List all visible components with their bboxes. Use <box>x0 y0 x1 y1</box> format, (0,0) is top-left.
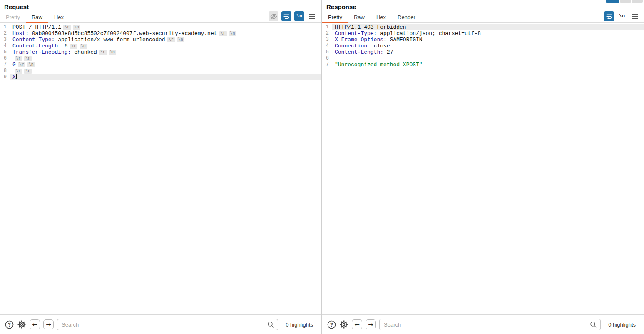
search-field-wrap <box>57 319 278 330</box>
plain-text: SAMEORIGIN <box>387 37 423 43</box>
response-tab-pretty[interactable]: Pretty <box>322 12 348 22</box>
response-line: 5Content-Length: 27 <box>322 49 644 55</box>
header-name: Content-Length: <box>335 49 383 55</box>
cr-marker: \r <box>167 37 175 42</box>
plain-text: 6 <box>61 43 68 49</box>
plain-text: close <box>370 43 390 49</box>
nonprintable-toggle[interactable]: \n <box>617 11 627 21</box>
request-line-4-content[interactable]: Content-Length: 6\r\n <box>10 43 321 49</box>
request-editor[interactable]: 1POST / HTTP/1.1\r\n2Host: 0ab0004503e8d… <box>0 23 321 314</box>
plain-text: application/x-www-form-urlencoded <box>55 37 165 43</box>
search-input[interactable] <box>379 319 601 330</box>
response-line-1-content: HTTP/1.1 403 Forbidden <box>332 24 644 30</box>
response-line-3-content: X-Frame-Options: SAMEORIGIN <box>332 37 644 43</box>
lf-marker: \n <box>27 62 35 67</box>
request-tab-raw[interactable]: Raw <box>26 12 48 22</box>
search-field-wrap <box>379 319 601 330</box>
line-number: 5 <box>0 49 10 55</box>
request-tab-hex[interactable]: Hex <box>48 12 70 22</box>
lf-marker: \n <box>24 56 32 61</box>
response-line-2-content: Content-Type: application/json; charset=… <box>332 30 644 37</box>
next-match-button[interactable]: → <box>366 319 376 329</box>
request-header: Request PrettyRawHex \n <box>0 0 321 23</box>
visibility-off-icon[interactable] <box>269 11 278 21</box>
lf-marker: \n <box>24 69 32 74</box>
text-cursor <box>16 74 17 79</box>
header-name: Content-Type: <box>335 30 377 37</box>
help-icon[interactable]: ? <box>327 320 336 329</box>
nonprintable-label: \n <box>296 13 302 19</box>
cr-marker: \r <box>63 25 71 30</box>
request-line: 1POST / HTTP/1.1\r\n <box>0 24 321 30</box>
response-line: 4Connection: close <box>322 43 644 49</box>
response-tab-render[interactable]: Render <box>392 12 421 22</box>
header-name: Connection: <box>335 43 370 49</box>
response-tab-hex[interactable]: Hex <box>370 12 392 22</box>
line-number: 5 <box>322 49 332 55</box>
next-match-button[interactable]: → <box>43 319 54 329</box>
line-number: 6 <box>322 55 332 62</box>
svg-text:?: ? <box>8 322 11 327</box>
top-fragment-segment-1[interactable] <box>606 0 619 3</box>
request-tab-pretty[interactable]: Pretty <box>0 12 26 22</box>
line-number: 1 <box>0 24 10 30</box>
request-line: 3Content-Type: application/x-www-form-ur… <box>0 37 321 43</box>
request-line-3-content[interactable]: Content-Type: application/x-www-form-url… <box>10 37 321 43</box>
response-line-5-content: Content-Length: 27 <box>332 49 644 55</box>
help-icon[interactable]: ? <box>5 320 14 329</box>
top-fragment-segment-3[interactable] <box>632 0 643 3</box>
response-line: 6 <box>322 55 644 62</box>
settings-icon[interactable] <box>339 320 348 329</box>
request-line-2-content[interactable]: Host: 0ab0004503e8d5bc85502c7f0024007f.w… <box>10 30 321 37</box>
response-tabs: PrettyRawHexRender <box>322 12 644 23</box>
line-number: 1 <box>322 24 332 30</box>
previous-match-button[interactable]: ← <box>30 319 40 329</box>
nonprintable-toggle[interactable]: \n <box>294 11 304 21</box>
lf-marker: \n <box>80 44 87 49</box>
line-number: 7 <box>322 62 332 68</box>
cr-marker: \r <box>15 56 22 61</box>
response-header: Response PrettyRawHexRender \n <box>322 0 644 23</box>
top-right-fragment[interactable] <box>606 0 643 3</box>
top-fragment-segment-2[interactable] <box>620 0 631 3</box>
request-line-5-content[interactable]: Transfer-Encoding: chunked\r\n <box>10 49 321 55</box>
line-number: 3 <box>322 37 332 43</box>
response-line-4-content: Connection: close <box>332 43 644 49</box>
settings-icon[interactable] <box>17 320 26 329</box>
menu-icon[interactable] <box>630 11 640 21</box>
response-line: 3X-Frame-Options: SAMEORIGIN <box>322 37 644 43</box>
request-line-8-content[interactable]: \r\n <box>10 68 321 74</box>
response-line: 7"Unrecognized method XPOST" <box>322 62 644 68</box>
search-icon[interactable] <box>590 321 597 330</box>
wrap-lines-icon[interactable] <box>281 11 291 21</box>
lf-marker: \n <box>229 31 236 36</box>
cr-marker: \r <box>99 50 107 55</box>
line-number: 3 <box>0 37 10 43</box>
header-name: Host: <box>12 30 29 37</box>
response-findbar: ?←→0 highlights <box>322 314 644 334</box>
plain-text: application/json; charset=utf-8 <box>377 30 481 37</box>
request-line-1-content[interactable]: POST / HTTP/1.1\r\n <box>10 24 321 30</box>
search-input[interactable] <box>57 319 278 330</box>
menu-icon[interactable] <box>307 11 317 21</box>
cr-marker: \r <box>15 69 22 74</box>
request-line-9-content[interactable]: X <box>10 74 321 80</box>
cr-marker: \r <box>219 31 227 36</box>
request-toolbar: \n <box>269 11 317 21</box>
previous-match-button[interactable]: ← <box>352 319 362 329</box>
repeater-workspace: Request PrettyRawHex \n 1POST / HTTP/1.1… <box>0 0 644 334</box>
line-number: 4 <box>322 43 332 49</box>
search-icon[interactable] <box>267 321 274 330</box>
wrap-lines-icon[interactable] <box>604 11 614 21</box>
cr-marker: \r <box>70 44 77 49</box>
request-line-7-content[interactable]: 0\r\n <box>10 62 321 68</box>
plain-text: 27 <box>383 49 393 55</box>
lf-marker: \n <box>109 50 116 55</box>
response-tab-raw[interactable]: Raw <box>348 12 370 22</box>
header-name: X-Frame-Options: <box>335 37 387 43</box>
header-name: Content-Length: <box>12 43 61 49</box>
line-number: 2 <box>0 30 10 37</box>
line-number: 4 <box>0 43 10 49</box>
request-line-6-content[interactable]: \r\n <box>10 55 321 62</box>
plain-text: POST / HTTP/1.1 <box>12 24 61 30</box>
